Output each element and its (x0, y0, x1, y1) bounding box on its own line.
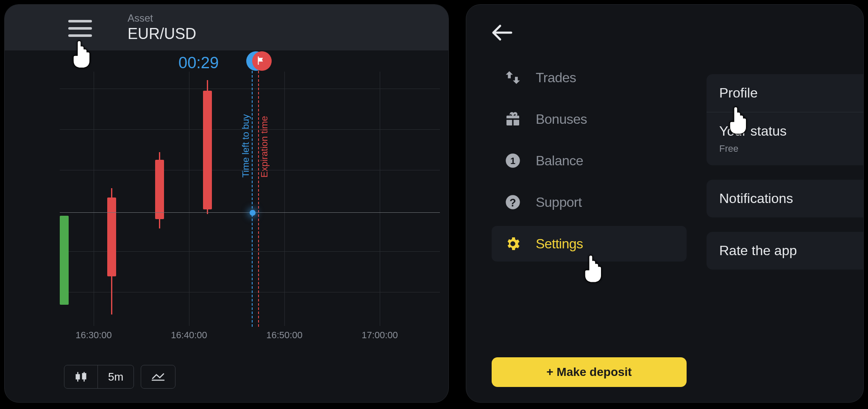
menu-item-balance[interactable]: 1 Balance (492, 143, 687, 178)
x-tick: 16:30:00 (75, 330, 112, 341)
rate-card[interactable]: Rate the app (707, 232, 863, 270)
time-to-buy-line (252, 71, 253, 327)
gift-icon (504, 110, 522, 128)
asset-value: EUR/USD (128, 25, 196, 43)
menu-label: Balance (536, 153, 583, 169)
settings-submenu: Profile Your status Free Notifications R… (707, 74, 863, 270)
menu-item-bonuses[interactable]: Bonuses (492, 101, 687, 137)
svg-text:1: 1 (510, 156, 515, 166)
gear-icon (504, 234, 522, 253)
profile-status-card[interactable]: Profile Your status Free (707, 74, 863, 165)
menu-item-support[interactable]: ? Support (492, 184, 687, 220)
svg-text:?: ? (509, 197, 516, 209)
main-menu-list: Trades Bonuses 1 Balance ? Support Setti… (492, 60, 687, 262)
x-tick: 16:50:00 (266, 330, 303, 341)
status-row[interactable]: Your status Free (707, 112, 863, 165)
menu-label: Settings (536, 236, 583, 252)
profile-title: Profile (719, 85, 851, 101)
menu-label: Bonuses (536, 111, 587, 127)
status-title: Your status (719, 123, 851, 139)
time-to-buy-label: Time left to buy (240, 84, 251, 178)
notifications-card[interactable]: Notifications (707, 180, 863, 217)
make-deposit-button[interactable]: + Make deposit (492, 357, 687, 387)
menu-label: Trades (536, 70, 576, 86)
menu-label: Support (536, 195, 582, 210)
indicator-button[interactable] (141, 365, 175, 389)
trades-icon (504, 68, 522, 87)
status-value: Free (719, 143, 851, 154)
menu-item-settings[interactable]: Settings (492, 226, 687, 262)
deposit-label: + Make deposit (546, 365, 632, 379)
chart-toolbar: 5m (64, 365, 175, 389)
menu-item-trades[interactable]: Trades (492, 60, 687, 95)
chart-panel: Asset EUR/USD 00:29 Time left to buy Exp… (4, 4, 449, 403)
profile-row[interactable]: Profile (707, 74, 863, 112)
asset-label: Asset (128, 12, 196, 24)
chart-type-interval-control[interactable]: 5m (64, 365, 134, 389)
chart-topbar: Asset EUR/USD (5, 5, 448, 50)
hamburger-menu-icon[interactable] (68, 20, 92, 37)
candle-type-icon[interactable] (64, 365, 97, 388)
countdown-timer: 00:29 (178, 54, 219, 72)
settings-panel: Trades Bonuses 1 Balance ? Support Setti… (466, 4, 864, 403)
x-tick: 17:00:00 (362, 330, 398, 341)
support-icon: ? (504, 193, 522, 211)
coin-icon: 1 (504, 151, 522, 170)
expiration-label: Expiration time (259, 84, 270, 178)
indicator-icon[interactable] (141, 365, 175, 388)
interval-value[interactable]: 5m (97, 365, 134, 388)
back-button[interactable] (492, 23, 513, 44)
svg-rect-1 (76, 375, 80, 379)
chart-area[interactable]: 00:29 Time left to buy Expiration time 1… (5, 50, 448, 351)
x-tick: 16:40:00 (171, 330, 207, 341)
rate-title: Rate the app (719, 243, 851, 259)
asset-selector[interactable]: Asset EUR/USD (128, 12, 196, 43)
current-price-dot (250, 210, 256, 216)
svg-rect-3 (83, 374, 86, 379)
notifications-title: Notifications (719, 191, 851, 206)
